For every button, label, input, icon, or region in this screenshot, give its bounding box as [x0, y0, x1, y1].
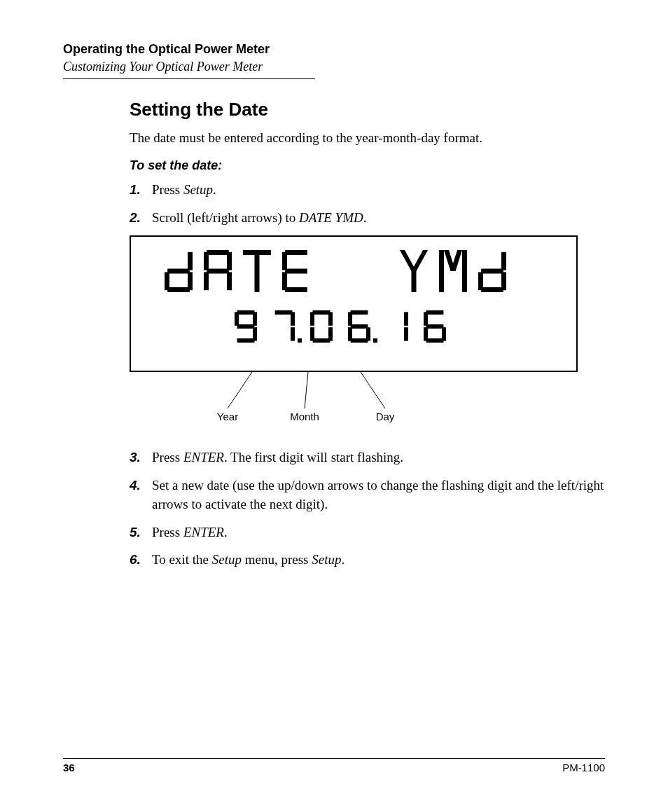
step-item: 4. Set a new date (use the up/down arrow…: [130, 476, 605, 514]
svg-rect-15: [282, 272, 287, 290]
step-number: 4.: [130, 476, 152, 514]
procedure-heading: To set the date:: [130, 158, 605, 173]
lcd-line1: [131, 247, 576, 296]
svg-marker-24: [451, 250, 463, 271]
svg-rect-55: [426, 310, 444, 315]
svg-rect-8: [204, 272, 209, 290]
step-item: 5. Press ENTER.: [130, 523, 605, 542]
step-item: 6. To exit the Setup menu, press Setup.: [130, 550, 605, 570]
lcd-callouts: Year Month Day: [130, 372, 578, 428]
svg-rect-27: [481, 287, 503, 292]
svg-line-61: [228, 372, 252, 408]
model-number: PM-1100: [562, 762, 605, 773]
svg-rect-43: [313, 338, 330, 343]
step-text: Press Setup.: [152, 180, 605, 200]
step-number: 5.: [130, 523, 152, 542]
running-header-section: Customizing Your Optical Power Meter: [63, 60, 605, 74]
step-text: Press ENTER. The first digit will start …: [152, 448, 605, 467]
running-header-chapter: Operating the Optical Power Meter: [63, 42, 605, 57]
callout-month: Month: [290, 411, 319, 422]
callout-year: Year: [217, 411, 238, 422]
svg-rect-41: [328, 312, 333, 325]
svg-rect-7: [227, 272, 232, 290]
steps-list: 1. Press Setup. 2. Scroll (left/right ar…: [130, 180, 605, 227]
lcd-line2: [131, 307, 576, 356]
svg-rect-46: [351, 310, 368, 315]
step-text: Set a new date (use the up/down arrows t…: [152, 476, 605, 514]
svg-rect-48: [351, 324, 368, 329]
callout-lines: [130, 372, 578, 428]
step-item: 3. Press ENTER. The first digit will sta…: [130, 448, 605, 467]
lcd-figure: Year Month Day: [130, 235, 605, 428]
step-number: 1.: [130, 180, 152, 200]
svg-rect-22: [462, 250, 467, 292]
svg-rect-21: [439, 250, 444, 292]
svg-rect-16: [282, 252, 287, 270]
page-footer: 36 PM-1100: [63, 758, 605, 773]
svg-rect-54: [404, 327, 408, 340]
svg-rect-30: [237, 310, 255, 315]
callout-day: Day: [376, 411, 395, 422]
svg-rect-51: [351, 338, 368, 343]
svg-rect-35: [237, 324, 255, 329]
svg-rect-33: [237, 338, 255, 343]
step-text: Press ENTER.: [152, 523, 605, 542]
svg-rect-10: [207, 269, 229, 274]
svg-rect-4: [167, 269, 190, 274]
svg-rect-34: [235, 312, 239, 325]
page-number: 36: [63, 762, 75, 773]
svg-rect-40: [313, 310, 330, 315]
step-text: Scroll (left/right arrows) to DATE YMD.: [152, 208, 605, 228]
section-title: Setting the Date: [130, 99, 605, 121]
svg-rect-47: [348, 312, 352, 325]
svg-rect-2: [167, 287, 190, 292]
svg-marker-19: [412, 250, 429, 271]
svg-rect-56: [424, 312, 428, 325]
svg-rect-28: [478, 272, 483, 290]
header-rule: [63, 78, 315, 79]
svg-rect-31: [253, 312, 257, 325]
step-number: 3.: [130, 448, 152, 467]
svg-rect-6: [227, 252, 232, 270]
svg-rect-20: [412, 271, 417, 292]
svg-rect-52: [373, 338, 377, 343]
svg-rect-12: [255, 250, 260, 292]
svg-rect-60: [426, 338, 444, 343]
lcd-screen: [130, 235, 578, 372]
step-number: 6.: [130, 550, 152, 570]
svg-line-63: [361, 372, 385, 408]
svg-rect-13: [285, 250, 307, 255]
svg-rect-25: [501, 252, 506, 270]
svg-rect-0: [188, 252, 193, 270]
svg-rect-38: [291, 327, 295, 340]
svg-rect-29: [481, 269, 503, 274]
svg-rect-57: [426, 324, 444, 329]
step-text: To exit the Setup menu, press Setup.: [152, 550, 605, 570]
svg-rect-39: [298, 338, 302, 343]
svg-rect-3: [165, 272, 169, 290]
svg-rect-53: [404, 312, 408, 325]
intro-paragraph: The date must be entered according to th…: [130, 130, 605, 146]
step-item: 2. Scroll (left/right arrows) to DATE YM…: [130, 208, 605, 228]
svg-rect-5: [207, 250, 229, 255]
lcd-line2-svg: [207, 307, 501, 356]
svg-rect-45: [310, 312, 314, 325]
step-item: 1. Press Setup.: [130, 180, 605, 200]
svg-rect-36: [275, 310, 293, 315]
steps-list-continued: 3. Press ENTER. The first digit will sta…: [130, 448, 605, 570]
svg-rect-17: [285, 269, 307, 274]
svg-rect-9: [204, 252, 209, 270]
step-number: 2.: [130, 208, 152, 228]
svg-rect-37: [291, 312, 295, 325]
svg-rect-14: [285, 287, 307, 292]
svg-rect-44: [310, 327, 314, 340]
svg-line-62: [305, 372, 308, 408]
footer-rule: [63, 758, 605, 759]
lcd-line1-svg: [158, 247, 550, 296]
